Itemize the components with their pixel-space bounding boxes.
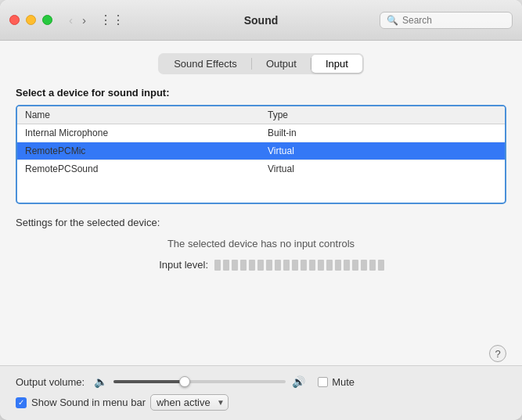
table-row[interactable]: RemotePCSound Virtual — [17, 160, 505, 178]
show-sound-label: Show Sound in menu bar — [31, 397, 146, 408]
table-body: Internal Microphone Built-in RemotePCMic… — [17, 124, 505, 203]
input-level-row: Input level: — [16, 259, 506, 271]
mute-container: Mute — [318, 376, 355, 388]
slider-thumb[interactable] — [179, 376, 190, 387]
level-bar — [301, 260, 307, 271]
tab-output[interactable]: Output — [252, 55, 311, 73]
traffic-lights — [9, 15, 52, 25]
window: ‹ › ⋮⋮ Sound 🔍 Sound Effects Output Inpu… — [0, 0, 522, 420]
when-active-select[interactable]: when active always — [150, 394, 229, 411]
minimize-button[interactable] — [26, 15, 36, 25]
level-bar — [352, 260, 358, 271]
mute-checkbox[interactable] — [318, 377, 328, 387]
level-bar — [378, 260, 384, 271]
grid-icon: ⋮⋮ — [99, 13, 124, 27]
col-type-header: Type — [268, 109, 497, 120]
level-bar — [283, 260, 290, 271]
bottom-bar: Output volume: 🔈 🔊 Mute ✓ Show Sound in … — [0, 365, 522, 420]
level-bar — [292, 260, 298, 271]
tab-sound-effects[interactable]: Sound Effects — [160, 55, 251, 73]
level-bar — [369, 260, 376, 271]
table-row[interactable]: Internal Microphone Built-in — [17, 124, 505, 142]
search-icon: 🔍 — [387, 15, 398, 26]
level-bar — [344, 260, 350, 271]
level-bar — [214, 260, 221, 271]
device-name: Internal Microphone — [25, 127, 268, 138]
slider-fill — [113, 380, 182, 383]
level-bar — [266, 260, 272, 271]
device-type: Virtual — [268, 145, 497, 156]
nav-arrows: ‹ › — [65, 12, 90, 28]
window-title: Sound — [244, 14, 279, 27]
search-box[interactable]: 🔍 — [380, 12, 513, 29]
level-bar — [309, 260, 315, 271]
volume-low-icon: 🔈 — [94, 375, 107, 388]
content: Sound Effects Output Input Select a devi… — [0, 41, 522, 365]
no-controls-text: The selected device has no input control… — [16, 238, 506, 249]
device-table: Name Type Internal Microphone Built-in R… — [16, 105, 506, 204]
level-bar — [223, 260, 229, 271]
level-bar — [240, 260, 247, 271]
level-bar — [318, 260, 324, 271]
section-title: Select a device for sound input: — [16, 87, 506, 99]
when-active-select-wrapper: when active always ▼ — [150, 394, 229, 411]
tabs: Sound Effects Output Input — [158, 53, 364, 74]
col-name-header: Name — [25, 109, 268, 120]
level-bar — [275, 260, 281, 271]
close-button[interactable] — [9, 15, 20, 25]
settings-section: Settings for the selected device: The se… — [16, 217, 506, 348]
input-level-label: Input level: — [138, 259, 208, 271]
help-button[interactable]: ? — [489, 345, 506, 362]
help-row: ? — [16, 345, 506, 362]
show-sound-checkbox[interactable]: ✓ — [16, 397, 27, 408]
device-type: Virtual — [268, 163, 497, 174]
tab-input[interactable]: Input — [311, 55, 362, 73]
input-panel: Select a device for sound input: Name Ty… — [16, 87, 506, 365]
level-bar — [257, 260, 264, 271]
volume-row: Output volume: 🔈 🔊 Mute — [16, 375, 506, 388]
forward-button[interactable]: › — [78, 12, 90, 28]
back-button[interactable]: ‹ — [65, 12, 77, 28]
table-row[interactable]: RemotePCMic Virtual — [17, 142, 505, 160]
settings-title: Settings for the selected device: — [16, 217, 506, 228]
volume-high-icon: 🔊 — [292, 375, 305, 388]
tabs-container: Sound Effects Output Input — [16, 53, 506, 74]
checkmark-icon: ✓ — [18, 398, 24, 407]
mute-label: Mute — [332, 376, 355, 388]
level-bar — [249, 260, 255, 271]
level-meter — [214, 260, 384, 271]
search-input[interactable] — [402, 15, 506, 26]
level-bar — [335, 260, 341, 271]
volume-slider-track[interactable] — [113, 380, 286, 383]
show-sound-row: ✓ Show Sound in menu bar when active alw… — [16, 394, 506, 411]
device-name: RemotePCMic — [25, 145, 268, 156]
device-name: RemotePCSound — [25, 163, 268, 174]
titlebar: ‹ › ⋮⋮ Sound 🔍 — [0, 0, 522, 41]
device-type: Built-in — [268, 127, 497, 138]
table-header: Name Type — [17, 106, 505, 124]
volume-label: Output volume: — [16, 376, 85, 388]
maximize-button[interactable] — [42, 15, 52, 25]
level-bar — [232, 260, 238, 271]
level-bar — [361, 260, 367, 271]
level-bar — [326, 260, 333, 271]
